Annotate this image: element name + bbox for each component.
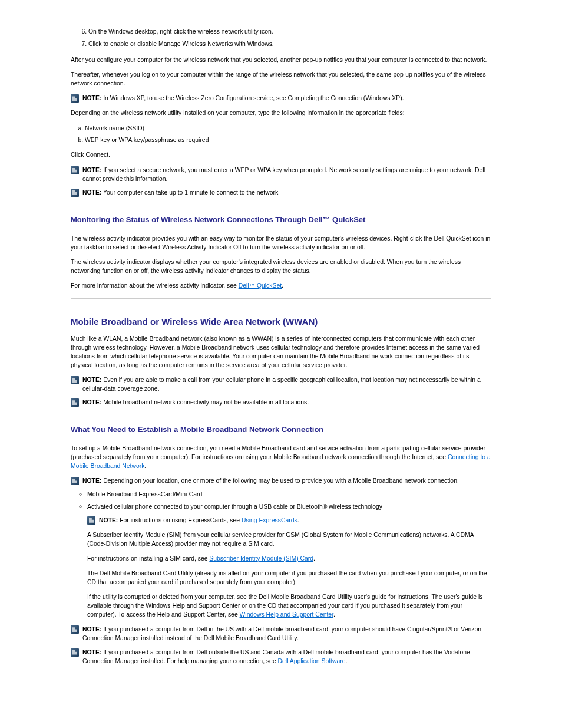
note-icon: [71, 166, 79, 174]
intro-step-list: On the Windows desktop, right-click the …: [71, 27, 491, 48]
list-item: WEP key or WPA key/passphrase as require…: [85, 136, 491, 144]
note-row: NOTE: For instructions on using ExpressC…: [87, 516, 491, 525]
bullet-text: Mobile Broadband ExpressCard/Mini-Card: [87, 491, 202, 498]
note-icon: [71, 94, 79, 103]
list-item: Mobile Broadband ExpressCard/Mini-Card: [87, 490, 491, 499]
note-body: Your computer can take up to 1 minute to…: [101, 189, 280, 196]
note-row: NOTE: Mobile broadband network connectiv…: [71, 398, 491, 407]
link-help-center[interactable]: Windows Help and Support Center: [240, 611, 333, 618]
note-row: NOTE: If you purchased a computer from D…: [71, 648, 491, 666]
note-icon: [71, 376, 79, 384]
paragraph: The wireless activity indicator provides…: [71, 234, 491, 252]
note-body: Depending on your location, one or more …: [101, 477, 459, 484]
link-expresscards[interactable]: Using ExpressCards: [242, 517, 297, 523]
note-body: Even if you are able to make a call from…: [82, 377, 481, 392]
text: .: [282, 282, 283, 289]
note-text: NOTE: Even if you are able to make a cal…: [82, 375, 491, 393]
note-icon: [71, 625, 79, 634]
note-label: NOTE:: [82, 399, 101, 406]
note-icon: [87, 516, 95, 525]
note-icon: [71, 648, 79, 657]
note-text: NOTE: For instructions on using ExpressC…: [99, 516, 491, 525]
list-item: On the Windows desktop, right-click the …: [88, 27, 491, 36]
note-row: NOTE: Even if you are able to make a cal…: [71, 375, 491, 393]
note-label: NOTE:: [99, 517, 118, 523]
note-text: NOTE: Mobile broadband network connectiv…: [82, 398, 491, 407]
note-icon: [71, 477, 79, 485]
paragraph: After you configure your computer for th…: [71, 55, 491, 64]
list-item: Activated cellular phone connected to yo…: [87, 502, 491, 511]
note-label: NOTE:: [82, 189, 101, 196]
note-label: NOTE:: [82, 167, 101, 173]
list-item: Click to enable or disable Manage Wirele…: [88, 39, 491, 48]
note-text: NOTE: In Windows XP, to use the Wireless…: [82, 94, 491, 103]
text: .: [313, 555, 315, 562]
heading-monitoring: Monitoring the Status of Wireless Networ…: [71, 215, 491, 226]
note-text: NOTE: If you purchased a computer from D…: [82, 648, 491, 666]
paragraph: For instructions on installing a SIM car…: [87, 554, 491, 563]
note-text: NOTE: If you select a secure network, yo…: [82, 166, 491, 183]
text: To set up a Mobile Broadband network con…: [71, 445, 485, 460]
paragraph: Depending on the wireless network utilit…: [71, 108, 491, 117]
paragraph: The Dell Mobile Broadband Card Utility (…: [87, 569, 491, 587]
heading-establish: What You Need to Establish a Mobile Broa…: [71, 424, 491, 436]
link-das[interactable]: Dell Application Software: [278, 658, 346, 664]
link-quickset[interactable]: Dell™ QuickSet: [239, 282, 282, 289]
note-text: NOTE: Your computer can take up to 1 min…: [82, 188, 491, 197]
note-row: NOTE: If you select a secure network, yo…: [71, 166, 491, 183]
field-item-text: Network name (SSID): [85, 125, 144, 131]
note-body: If you purchased a computer from Dell in…: [82, 626, 481, 641]
note-icon: [71, 398, 79, 407]
note-body: Mobile broadband network connectivity ma…: [101, 399, 309, 406]
paragraph: If the utility is corrupted or deleted f…: [87, 592, 491, 619]
note-label: NOTE:: [82, 95, 101, 101]
link-sim[interactable]: Subscriber Identity Module (SIM) Card: [209, 555, 313, 562]
paragraph: Thereafter, whenever you log on to your …: [71, 70, 491, 88]
bullet-list: Mobile Broadband ExpressCard/Mini-Card A…: [71, 490, 491, 510]
divider: [71, 298, 491, 299]
note-text: NOTE: If you purchased a computer from D…: [82, 625, 491, 643]
paragraph: For more information about the wireless …: [71, 281, 491, 290]
step-text: On the Windows desktop, right-click the …: [88, 28, 273, 35]
text: .: [333, 611, 335, 618]
note-label: NOTE:: [82, 649, 101, 655]
note-row: NOTE: Depending on your location, one or…: [71, 476, 491, 485]
note-label: NOTE:: [82, 377, 101, 383]
text: For more information about the wireless …: [71, 282, 239, 289]
note-body: In Windows XP, to use the Wireless Zero …: [101, 95, 404, 101]
paragraph: Much like a WLAN, a Mobile Broadband net…: [71, 334, 491, 370]
note-body: If you purchased a computer from Dell ou…: [82, 649, 470, 664]
note-row: NOTE: If you purchased a computer from D…: [71, 625, 491, 643]
note-label: NOTE:: [82, 477, 101, 484]
heading-mbn: Mobile Broadband or Wireless Wide Area N…: [71, 315, 491, 328]
note-row: NOTE: In Windows XP, to use the Wireless…: [71, 94, 491, 103]
paragraph: Click Connect.: [71, 150, 491, 159]
paragraph: The wireless activity indicator displays…: [71, 258, 491, 275]
text: .: [144, 463, 146, 469]
note-body: If you select a secure network, you must…: [82, 167, 485, 182]
note-label: NOTE:: [82, 626, 101, 633]
note-icon: [71, 189, 79, 197]
text: .: [297, 517, 299, 523]
paragraph: To set up a Mobile Broadband network con…: [71, 444, 491, 470]
note-row: NOTE: Your computer can take up to 1 min…: [71, 188, 491, 197]
note-body: For instructions on using ExpressCards, …: [118, 517, 242, 523]
bullet-text: Activated cellular phone connected to yo…: [87, 503, 382, 510]
step-text: Click to enable or disable Manage Wirele…: [88, 41, 274, 47]
text: For instructions on installing a SIM car…: [87, 555, 209, 562]
document-page: On the Windows desktop, right-click the …: [0, 0, 562, 706]
note-text: NOTE: Depending on your location, one or…: [82, 476, 491, 485]
field-item-text: WEP key or WPA key/passphrase as require…: [85, 137, 209, 143]
text: .: [345, 658, 347, 664]
field-list: Network name (SSID) WEP key or WPA key/p…: [71, 124, 491, 144]
list-item: Network name (SSID): [85, 124, 491, 133]
paragraph: A Subscriber Identity Module (SIM) from …: [87, 531, 491, 548]
